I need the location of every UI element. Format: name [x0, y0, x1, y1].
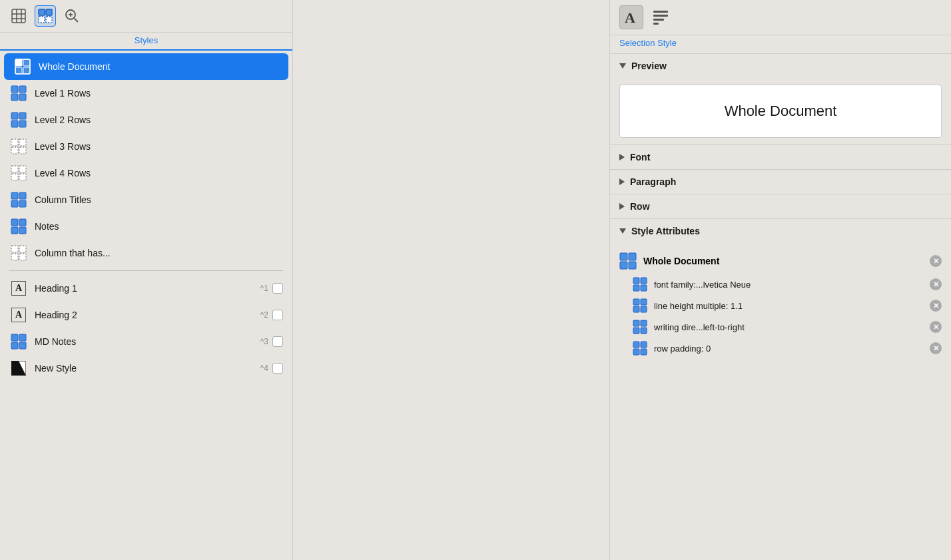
svg-rect-41 — [19, 227, 26, 234]
style-item-column-titles[interactable]: Column Titles — [0, 186, 292, 213]
attribute-parent-label: Whole Document — [643, 256, 719, 266]
paragraph-triangle-icon — [619, 178, 625, 185]
style-item-new-style[interactable]: New Style ^4 — [0, 355, 292, 382]
preview-section-label: Preview — [631, 61, 667, 71]
style-item-md-notes[interactable]: MD Notes ^3 — [0, 328, 292, 355]
paragraph-section-header[interactable]: Paragraph — [610, 169, 951, 194]
svg-rect-21 — [19, 94, 26, 101]
svg-rect-56 — [653, 23, 659, 25]
svg-rect-30 — [11, 166, 18, 172]
level-1-rows-icon — [9, 84, 28, 103]
right-toolbar: A — [610, 0, 951, 35]
preview-box: Whole Document — [619, 85, 942, 138]
style-item-whole-document-label: Whole Document — [39, 61, 110, 72]
heading-1-checkbox[interactable] — [272, 283, 283, 294]
svg-rect-29 — [19, 147, 26, 154]
heading-2-checkbox[interactable] — [272, 310, 283, 320]
svg-rect-68 — [641, 306, 647, 312]
style-item-level-1-rows[interactable]: Level 1 Rows — [0, 80, 292, 107]
row-section-label: Row — [630, 201, 650, 212]
svg-rect-76 — [641, 349, 647, 355]
svg-rect-13 — [15, 59, 22, 66]
row-section-header[interactable]: Row — [610, 194, 951, 218]
svg-rect-64 — [641, 285, 647, 291]
svg-rect-33 — [19, 174, 26, 180]
style-item-level-4-rows[interactable]: Level 4 Rows — [0, 160, 292, 186]
svg-rect-59 — [620, 262, 627, 269]
svg-rect-35 — [19, 192, 26, 199]
svg-rect-16 — [23, 67, 30, 74]
svg-rect-8 — [46, 17, 52, 23]
svg-rect-67 — [633, 306, 639, 312]
attribute-child-writing-direction: writing dire...left-to-right ✕ — [619, 316, 942, 338]
style-item-level-2-rows-label: Level 2 Rows — [35, 115, 91, 125]
svg-rect-20 — [11, 94, 18, 101]
style-item-level-2-rows[interactable]: Level 2 Rows — [0, 107, 292, 133]
heading-1-shortcut-text: ^1 — [260, 284, 268, 293]
md-notes-checkbox[interactable] — [272, 336, 283, 347]
svg-rect-49 — [19, 342, 26, 349]
style-item-level-3-rows-label: Level 3 Rows — [35, 141, 91, 152]
style-attributes-section-header[interactable]: Style Attributes — [610, 218, 951, 243]
attribute-child-font-family-label: font family:...lvetica Neue — [654, 280, 751, 290]
md-notes-shortcut-text: ^3 — [260, 337, 268, 346]
svg-rect-36 — [11, 200, 18, 207]
styles-icon-button[interactable] — [35, 5, 56, 27]
svg-rect-18 — [11, 86, 18, 93]
preview-section-header[interactable]: Preview — [610, 53, 951, 78]
new-style-shortcut-text: ^4 — [260, 364, 268, 373]
style-item-level-4-rows-label: Level 4 Rows — [35, 168, 91, 178]
svg-line-10 — [75, 19, 79, 23]
new-style-checkbox[interactable] — [272, 363, 283, 374]
column-titles-icon — [9, 190, 28, 209]
heading-2-shortcut: ^2 — [260, 310, 283, 320]
column-that-has-icon — [9, 244, 28, 262]
svg-rect-19 — [19, 86, 26, 93]
search-zoom-icon-button[interactable] — [61, 5, 83, 27]
preview-content: Whole Document — [725, 103, 837, 120]
attribute-group-whole-document: Whole Document ✕ font family:...lvetica … — [619, 248, 942, 359]
md-notes-icon — [9, 332, 28, 351]
remove-whole-document-button[interactable]: ✕ — [930, 255, 942, 267]
svg-rect-26 — [11, 139, 18, 146]
style-item-notes[interactable]: Notes — [0, 213, 292, 240]
paragraph-style-icon-button[interactable] — [649, 5, 673, 29]
remove-row-padding-button[interactable]: ✕ — [930, 342, 942, 354]
font-triangle-icon — [619, 154, 625, 160]
attribute-child-font-family: font family:...lvetica Neue ✕ — [619, 274, 942, 295]
svg-rect-73 — [633, 342, 639, 348]
svg-rect-61 — [633, 278, 639, 284]
level-4-rows-icon — [9, 164, 28, 182]
svg-rect-14 — [23, 59, 30, 66]
style-item-heading-2[interactable]: A Heading 2 ^2 — [0, 302, 292, 328]
character-style-icon-button[interactable]: A — [619, 5, 643, 29]
attribute-child-line-height: line height multiple: 1.1 ✕ — [619, 295, 942, 316]
table-icon-button[interactable] — [8, 5, 29, 27]
svg-rect-62 — [641, 278, 647, 284]
style-item-heading-1[interactable]: A Heading 1 ^1 — [0, 275, 292, 302]
svg-rect-75 — [633, 349, 639, 355]
svg-rect-31 — [19, 166, 26, 172]
notes-icon — [9, 217, 28, 236]
remove-writing-direction-button[interactable]: ✕ — [930, 321, 942, 333]
row-triangle-icon — [619, 203, 625, 210]
left-panel: Styles Whole Document — [0, 0, 293, 560]
right-panel: A Selection Style Preview Whole Document… — [610, 0, 951, 560]
font-section-header[interactable]: Font — [610, 144, 951, 169]
svg-rect-47 — [19, 334, 26, 341]
style-item-column-that-has[interactable]: Column that has... — [0, 240, 292, 266]
svg-rect-40 — [11, 227, 18, 234]
styles-tab[interactable]: Styles — [0, 33, 292, 51]
svg-rect-43 — [19, 246, 26, 252]
style-attributes-triangle-icon — [619, 228, 626, 234]
svg-rect-37 — [19, 200, 26, 207]
whole-document-attr-icon — [619, 252, 637, 270]
style-item-level-3-rows[interactable]: Level 3 Rows — [0, 133, 292, 160]
style-item-column-titles-label: Column Titles — [35, 194, 91, 205]
remove-font-family-button[interactable]: ✕ — [930, 278, 942, 290]
svg-rect-25 — [19, 121, 26, 127]
remove-line-height-button[interactable]: ✕ — [930, 300, 942, 312]
attribute-parent-whole-document: Whole Document ✕ — [619, 248, 942, 274]
style-item-whole-document[interactable]: Whole Document — [4, 53, 288, 80]
attribute-child-writing-direction-label: writing dire...left-to-right — [654, 322, 745, 332]
